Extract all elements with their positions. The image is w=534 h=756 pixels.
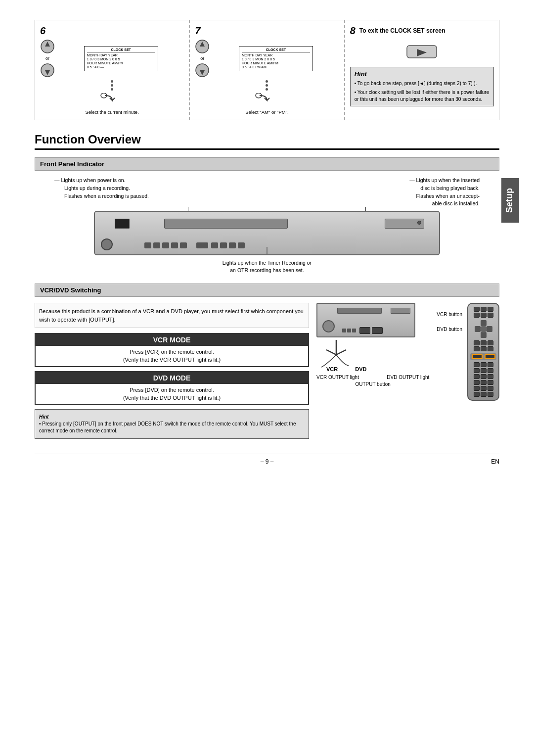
step7-caption: Select "AM" or "PM".	[195, 109, 339, 115]
vcr-dvd-intro: Because this product is a combination of…	[35, 303, 309, 328]
vcr-dvd-content: Because this product is a combination of…	[35, 303, 499, 439]
hint-title: Hint	[355, 70, 490, 78]
step7-row2-labels: HOUR MINUTE AM/PM	[242, 61, 310, 65]
vcr-mode-box: VCR MODE Press [VCR] on the remote contr…	[35, 333, 309, 367]
page-footer: – 9 – EN	[35, 454, 499, 465]
vcr-dvd-section: VCR/DVD Switching Because this product i…	[35, 284, 499, 439]
or-label: or	[45, 56, 49, 61]
output-btn-label: OUTPUT button	[316, 381, 429, 387]
dial-down-icon-7	[195, 63, 210, 78]
dvd-output-label: DVD OUTPUT light	[387, 375, 429, 380]
step-7-number: 7	[195, 25, 339, 37]
step6-row2-values: 0 5 : 4 0 —	[87, 65, 155, 69]
small-dial	[322, 320, 335, 332]
dvd-mode-desc: Press [DVD] on the remote control. (Veri…	[36, 384, 308, 404]
vcr-dvd-header: VCR/DVD Switching	[35, 284, 499, 297]
page-number: – 9 –	[189, 458, 344, 465]
tape-deck	[164, 219, 288, 229]
dvd-mode-title: DVD MODE	[36, 372, 308, 384]
step-6-panel: 6 or	[35, 20, 190, 120]
step6-screen-title: CLOCK SET	[87, 48, 155, 52]
step6-caption: Select the current minute.	[40, 109, 184, 115]
front-panel-header: Front Panel Indicator	[35, 157, 499, 171]
annot-disc1: — Lights up when the inserted	[409, 177, 480, 185]
output-arrow-icon	[316, 340, 356, 370]
step6-arrow-icon	[100, 93, 125, 105]
hint-bullet1: • To go back one step, press [◄] (during…	[355, 80, 490, 87]
hint-bullet2: • Your clock setting will be lost if eit…	[355, 89, 490, 103]
display-indicator	[115, 219, 130, 229]
function-overview-section: Function Overview Setup Front Panel Indi…	[35, 133, 499, 439]
section-title: Function Overview	[35, 133, 499, 150]
fp-bottom-note: Lights up when the Timer Recording or an…	[35, 259, 499, 274]
vcr-mode-title: VCR MODE	[36, 334, 308, 346]
annot-paused: Flashes when a recording is paused.	[64, 192, 149, 200]
step6-row2-labels: HOUR MINUTE AM/PM	[87, 61, 155, 65]
dial-up-icon-7	[195, 39, 210, 54]
button-group	[144, 242, 245, 248]
step7-clock-display: CLOCK SET MONTH DAY YEAR 1 0 / 0 3 MON 2…	[239, 46, 313, 71]
annot-disc2: disc is being played back.	[409, 185, 480, 192]
dial-up-icon	[40, 39, 55, 54]
annot-recording: Lights up during a recording.	[64, 185, 149, 192]
vcr-btn-label: VCR button	[437, 310, 462, 319]
dvd-btn-label: DVD button	[437, 325, 462, 334]
vcr-dvd-hint: Hint • Pressing only [OUTPUT] on the fro…	[35, 409, 309, 439]
hint-box: Hint • To go back one step, press [◄] (d…	[350, 67, 494, 106]
play-button-icon	[402, 42, 442, 61]
step-8-panel: 8 To exit the CLOCK SET screen Hint • To…	[345, 20, 499, 120]
step7-arrow-icon	[255, 93, 279, 105]
vcr-mode-desc: Press [VCR] on the remote control. (Veri…	[36, 346, 308, 366]
step7-screen-title: CLOCK SET	[242, 48, 310, 52]
small-vcr-illustration	[316, 303, 415, 337]
power-knob	[101, 238, 113, 250]
disc-area	[385, 219, 424, 229]
vcr-output-label: VCR OUTPUT light	[316, 375, 359, 380]
top-steps-section: 6 or	[35, 20, 499, 120]
setup-tab: Setup	[501, 178, 519, 223]
step6-row1-labels: MONTH DAY YEAR	[87, 53, 155, 57]
fp-right-notes: — Lights up when the inserted disc is be…	[409, 177, 480, 208]
small-disc-slot	[391, 308, 410, 314]
step-8-number: 8	[350, 25, 356, 37]
vcr-dvd-hint-title: Hint	[39, 414, 48, 420]
step6-row1-values: 1 0 / 0 3 MON 2 0 0 5	[87, 57, 155, 61]
dvd-mode-box: DVD MODE Press [DVD] on the remote contr…	[35, 371, 309, 405]
front-panel-section: Front Panel Indicator — Lights up when p…	[35, 157, 499, 274]
language-code: EN	[345, 458, 499, 465]
dial-down-icon	[40, 63, 55, 78]
step-6-number: 6	[40, 25, 184, 37]
step7-row2-values: 0 5 : 4 0 PM AM	[242, 65, 310, 69]
annot-power: — Lights up when power is on.	[54, 177, 149, 185]
vcr-dvd-hint-text: Pressing only [OUTPUT] on the front pane…	[39, 421, 296, 433]
annot-disc4: able disc is installed.	[409, 200, 480, 208]
fp-annotations-top: — Lights up when power is on. Lights up …	[35, 177, 499, 208]
vcr-dvd-right: VCR DVD VCR OUTPUT light DVD OUTP	[316, 303, 499, 439]
step7-dots	[195, 80, 339, 91]
or-label-7: or	[200, 56, 204, 61]
step8-title: To exit the CLOCK SET screen	[359, 27, 445, 35]
fp-left-notes: — Lights up when power is on. Lights up …	[54, 177, 149, 208]
step6-dots	[40, 80, 184, 91]
annot-disc3: Flashes when an unaccept-	[409, 192, 480, 200]
step7-row1-labels: MONTH DAY YEAR	[242, 53, 310, 57]
small-tape-slot	[337, 308, 382, 314]
step6-clock-display: CLOCK SET MONTH DAY YEAR 1 0 / 0 3 MON 2…	[84, 46, 158, 71]
vcr-dvd-left: Because this product is a combination of…	[35, 303, 309, 439]
step7-row1-values: 1 0 / 0 3 MON 2 0 0 5	[242, 57, 310, 61]
step-7-panel: 7 or CLOCK SET	[190, 20, 345, 120]
fp-device-illustration	[94, 211, 440, 255]
remote-control-illustration	[467, 303, 499, 401]
